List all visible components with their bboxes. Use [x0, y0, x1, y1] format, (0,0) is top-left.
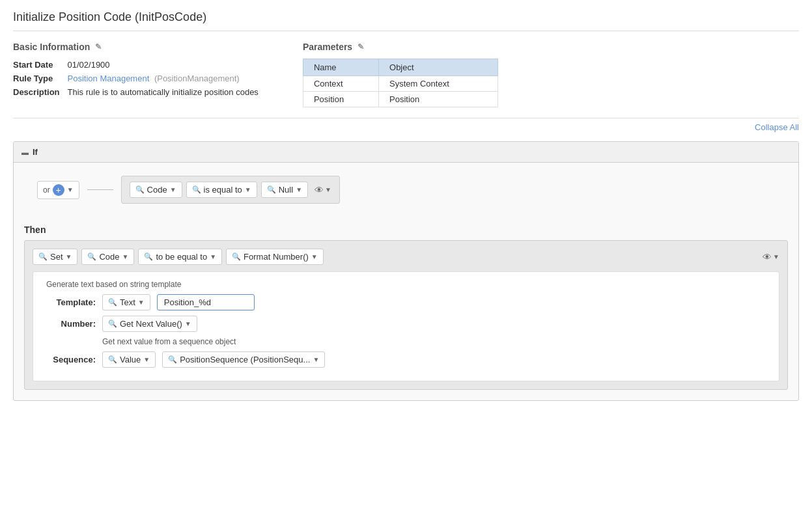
rule-type-label: Rule Type [13, 72, 68, 86]
seq-val-search-icon: 🔍 [168, 355, 177, 364]
then-code-caret: ▼ [122, 253, 129, 260]
then-eye-group: 👁 ▼ [763, 252, 779, 262]
params-edit-icon[interactable]: ✎ [357, 42, 364, 51]
number-row: Number: 🔍 Get Next Value() ▼ [44, 316, 768, 332]
template-row: Template: 🔍 Text ▼ Position_%d [44, 294, 768, 310]
if-collapse-icon[interactable]: ▬ [21, 148, 29, 156]
then-operator-dropdown[interactable]: 🔍 to be equal to ▼ [138, 249, 222, 265]
set-caret: ▼ [66, 253, 72, 260]
then-box: 🔍 Set ▼ 🔍 Code ▼ 🔍 to be equal to [24, 240, 788, 390]
params-col-object: Object [379, 59, 498, 76]
then-code-label: Code [99, 252, 119, 262]
value-label: Null [279, 185, 293, 195]
seq-type-caret: ▼ [143, 356, 150, 363]
collapse-all-link[interactable]: Collapse All [755, 122, 799, 132]
or-dropdown-arrow[interactable]: ▼ [67, 186, 74, 193]
if-condition-row: or + ▼ 🔍 Code ▼ 🔍 is eq [37, 176, 788, 204]
add-condition-button[interactable]: + [53, 184, 64, 196]
params-header: Parameters ✎ [303, 42, 799, 52]
params-row-1: Position Position [303, 92, 497, 107]
then-eye-icon[interactable]: 👁 [763, 252, 772, 262]
template-label: Template: [44, 297, 96, 307]
then-operator-label: to be equal to [156, 252, 207, 262]
if-section-body: or + ▼ 🔍 Code ▼ 🔍 is eq [14, 163, 798, 217]
seq-val-caret: ▼ [313, 356, 319, 363]
format-number-dropdown[interactable]: 🔍 Format Number() ▼ [226, 249, 324, 265]
operator-dropdown[interactable]: 🔍 is equal to ▼ [186, 182, 257, 198]
value-search-icon: 🔍 [267, 185, 276, 194]
code-field-label: Code [147, 185, 167, 195]
get-next-description: Get next value from a sequence object [102, 337, 768, 346]
sequence-type-label: Value [120, 355, 141, 364]
template-type-label: Text [120, 297, 135, 307]
params-row-object: System Context [379, 76, 498, 92]
value-caret: ▼ [296, 186, 302, 193]
then-operator-search-icon: 🔍 [144, 253, 153, 261]
then-label: Then [14, 217, 798, 240]
basic-info-title: Basic Information [13, 42, 90, 52]
if-section: ▬ If or + ▼ 🔍 Code ▼ [13, 141, 799, 401]
code-search-icon: 🔍 [135, 185, 145, 194]
template-value-input[interactable]: Position_%d [157, 294, 255, 310]
seq-search-icon: 🔍 [108, 355, 117, 364]
collapse-all-row: Collapse All [13, 118, 799, 136]
then-first-row: 🔍 Set ▼ 🔍 Code ▼ 🔍 to be equal to [33, 249, 779, 265]
if-label: If [33, 147, 38, 157]
page-title: Initialize Position Code (InitPosCode) [13, 10, 799, 31]
operator-search-icon: 🔍 [192, 185, 201, 194]
top-section: Basic Information ✎ Start Date 01/02/190… [13, 42, 799, 107]
rule-type-value: Position Management (PositionManagement) [68, 72, 264, 86]
then-section: Then 🔍 Set ▼ 🔍 Code ▼ [14, 217, 798, 390]
params-row-name: Context [303, 76, 378, 92]
then-operator-caret: ▼ [210, 253, 216, 260]
then-eye-caret[interactable]: ▼ [773, 253, 779, 260]
then-details: Generate text based on string template T… [33, 271, 779, 381]
params-col-name: Name [303, 59, 378, 76]
value-dropdown[interactable]: 🔍 Null ▼ [261, 182, 308, 198]
then-code-dropdown[interactable]: 🔍 Code ▼ [81, 249, 134, 265]
description-row: Description This rule is to automaticall… [13, 86, 264, 100]
get-next-search-icon: 🔍 [108, 320, 117, 328]
params-row-name: Position [303, 92, 378, 107]
params-row-0: Context System Context [303, 76, 497, 92]
number-label: Number: [44, 319, 96, 329]
format-search-icon: 🔍 [232, 253, 241, 261]
or-label: or [43, 185, 50, 195]
sequence-type-dropdown[interactable]: 🔍 Value ▼ [102, 351, 156, 368]
get-next-value-dropdown[interactable]: 🔍 Get Next Value() ▼ [102, 316, 197, 332]
if-eye-caret[interactable]: ▼ [325, 186, 331, 193]
params-section: Parameters ✎ Name Object Context System … [303, 42, 799, 107]
sequence-value-dropdown[interactable]: 🔍 PositionSequence (PositionSequ... ▼ [162, 351, 325, 368]
set-search-icon: 🔍 [38, 253, 48, 261]
code-field-dropdown[interactable]: 🔍 Code ▼ [130, 182, 182, 198]
connector-line [87, 189, 113, 190]
sequence-row: Sequence: 🔍 Value ▼ 🔍 PositionSequence (… [44, 351, 768, 368]
params-header-row: Name Object [303, 59, 497, 76]
params-title: Parameters [303, 42, 352, 52]
get-next-caret: ▼ [185, 320, 191, 327]
params-table: Name Object Context System Context Posit… [303, 59, 498, 107]
sequence-label: Sequence: [44, 355, 96, 364]
sequence-value-label: PositionSequence (PositionSequ... [180, 355, 310, 364]
basic-info-table: Start Date 01/02/1900 Rule Type Position… [13, 59, 264, 100]
page-container: Initialize Position Code (InitPosCode) B… [0, 0, 812, 422]
rule-type-row: Rule Type Position Management (PositionM… [13, 72, 264, 86]
start-date-label: Start Date [13, 59, 68, 72]
params-row-object: Position [379, 92, 498, 107]
code-field-caret: ▼ [170, 186, 176, 193]
if-eye-icon[interactable]: 👁 [315, 185, 324, 195]
condition-box: 🔍 Code ▼ 🔍 is equal to ▼ 🔍 Null ▼ [121, 176, 340, 204]
rule-type-link[interactable]: Position Management (PositionManagement) [68, 74, 240, 83]
start-date-value: 01/02/1900 [68, 59, 264, 72]
basic-info-edit-icon[interactable]: ✎ [95, 42, 102, 51]
operator-caret: ▼ [245, 186, 251, 193]
format-caret: ▼ [311, 253, 318, 260]
template-type-caret: ▼ [138, 299, 145, 306]
description-label: Description [13, 86, 68, 100]
operator-label: is equal to [204, 185, 242, 195]
template-type-dropdown[interactable]: 🔍 Text ▼ [102, 294, 150, 310]
set-dropdown[interactable]: 🔍 Set ▼ [33, 249, 77, 265]
start-date-row: Start Date 01/02/1900 [13, 59, 264, 72]
basic-info-section: Basic Information ✎ Start Date 01/02/190… [13, 42, 264, 107]
description-value: This rule is to automatically initialize… [68, 86, 264, 100]
